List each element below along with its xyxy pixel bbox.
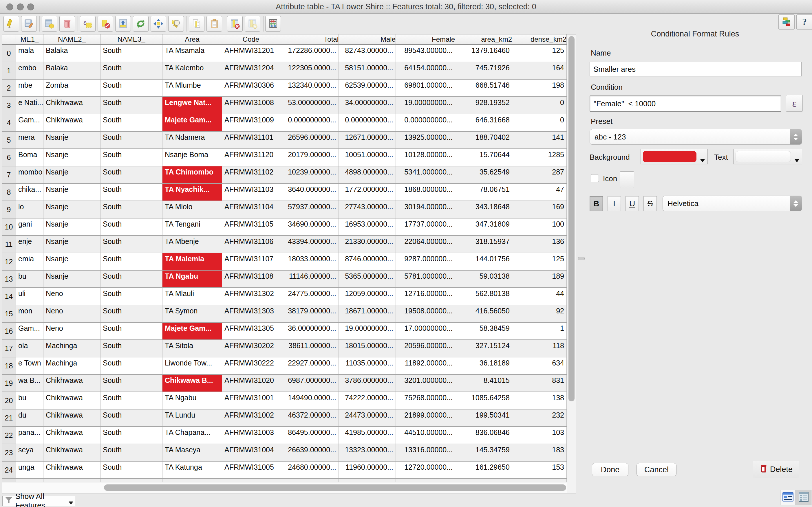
cell-area[interactable]: TA Chimombo <box>162 166 222 183</box>
cell-male[interactable] <box>339 479 396 482</box>
cell-name3[interactable]: South <box>100 184 162 201</box>
cell-dkm2[interactable]: 189 <box>512 271 567 287</box>
cell-code[interactable]: AFRMWI31004 <box>222 444 280 461</box>
cell-total[interactable]: 38611.00000... <box>280 340 339 357</box>
cell-name3[interactable]: South <box>100 340 162 357</box>
cell-female[interactable]: 11892.00000... <box>396 357 455 374</box>
row-number[interactable]: 17 <box>2 340 16 357</box>
cell-total[interactable]: 122305.0000... <box>280 62 339 79</box>
cell-name3[interactable]: South <box>100 271 162 287</box>
cell-code[interactable]: AFRMWI31107 <box>222 253 280 270</box>
cell-name3[interactable]: South <box>100 45 162 62</box>
cell-male[interactable]: 3786.000000... <box>339 375 396 392</box>
cell-male[interactable]: 10051.00000... <box>339 149 396 166</box>
cell-total[interactable]: 20179.00000... <box>280 149 339 166</box>
row-number[interactable]: 23 <box>2 444 16 461</box>
cell-code[interactable]: AFRMWI31204 <box>222 62 280 79</box>
cell-code[interactable]: AFRMWI31106 <box>222 236 280 252</box>
cell-area[interactable]: TA Mbenje <box>162 236 222 252</box>
cell-code[interactable]: AFRMWI31302 <box>222 288 280 305</box>
cell-male[interactable]: 82743.00000... <box>339 45 396 62</box>
cell-area[interactable]: Majete Gam... <box>162 114 222 131</box>
copy-selected-button[interactable] <box>189 16 204 32</box>
row-number[interactable]: 13 <box>2 271 16 287</box>
cell-name2[interactable]: Nsanje <box>43 253 100 270</box>
cell-code[interactable]: AFRMWI31305 <box>222 323 280 339</box>
delete-rule-button[interactable]: Delete <box>753 461 799 478</box>
cell-male[interactable]: 74222.00000... <box>339 392 396 409</box>
cell-female[interactable]: 30194.00000... <box>396 201 455 218</box>
cell-code[interactable]: AFRMWI30306 <box>222 79 280 96</box>
cell-code[interactable]: AFRMWI31008 <box>222 97 280 114</box>
cell-male[interactable]: 12059.00000... <box>339 288 396 305</box>
cell-akm2[interactable]: 347.31809 <box>455 219 512 235</box>
cell-male[interactable]: 16953.00000... <box>339 219 396 235</box>
cell-name3[interactable]: South <box>100 132 162 149</box>
cell-female[interactable]: 22064.00000... <box>396 236 455 252</box>
deselect-all-button[interactable] <box>98 16 113 32</box>
save-edits-button[interactable] <box>21 16 37 32</box>
cell-name2[interactable]: Chikhwawa <box>43 392 100 409</box>
cell-female[interactable]: 13925.00000... <box>396 132 455 149</box>
cell-code[interactable]: AFRMWI30202 <box>222 340 280 357</box>
cell-dkm2[interactable]: 198 <box>512 79 567 96</box>
font-select[interactable]: Helvetica <box>663 195 802 211</box>
row-number[interactable]: 4 <box>2 114 16 131</box>
delete-selected-button[interactable] <box>59 16 75 32</box>
row-number[interactable]: 7 <box>2 166 16 183</box>
cell-total[interactable]: 18033.00000... <box>280 253 339 270</box>
cell-area[interactable]: TA Mlumbe <box>162 79 222 96</box>
cell-code[interactable]: AFRMWI31120 <box>222 149 280 166</box>
cell-area[interactable]: Lengwe Nat... <box>162 97 222 114</box>
cell-name1[interactable]: gani <box>16 219 43 235</box>
cell-area[interactable]: TA Sitola <box>162 340 222 357</box>
cell-name3[interactable]: South <box>100 288 162 305</box>
cell-total[interactable]: 53.00000000... <box>280 97 339 114</box>
cell-code[interactable]: AFRMWI31101 <box>222 132 280 149</box>
cell-name2[interactable]: Chikhwawa <box>43 462 100 478</box>
cell-name2[interactable]: Neno <box>43 288 100 305</box>
cell-name2[interactable]: Nsanje <box>43 132 100 149</box>
cell-area[interactable] <box>162 479 222 482</box>
cell-name1[interactable]: mala <box>16 45 43 62</box>
cell-name1[interactable]: seya <box>16 444 43 461</box>
underline-button[interactable]: U <box>625 196 639 211</box>
cell-dkm2[interactable]: 136 <box>512 236 567 252</box>
cell-female[interactable]: 89543.00000... <box>396 45 455 62</box>
row-number[interactable]: 15 <box>2 305 16 322</box>
cell-total[interactable]: 149490.0000... <box>280 392 339 409</box>
cell-name1[interactable]: unga <box>16 462 43 478</box>
move-selection-to-top-button[interactable] <box>115 16 131 32</box>
cell-female[interactable]: 21899.00000... <box>396 409 455 426</box>
column-header-dense_km2[interactable]: dense_km2 <box>512 35 567 44</box>
cell-area[interactable]: TA Symon <box>162 305 222 322</box>
column-header-NAME3_[interactable]: NAME3_ <box>100 35 162 44</box>
cell-area[interactable]: TA Ngabu <box>162 271 222 287</box>
cell-dkm2[interactable]: 100 <box>512 219 567 235</box>
cell-male[interactable]: 5365.000000... <box>339 271 396 287</box>
cell-name3[interactable]: South <box>100 236 162 252</box>
strikeout-button[interactable]: S <box>644 196 657 211</box>
cell-total[interactable]: 0.000000000... <box>280 114 339 131</box>
cell-name1[interactable]: lo <box>16 201 43 218</box>
cell-dkm2[interactable]: 1285 <box>512 149 567 166</box>
cell-dkm2[interactable]: 831 <box>512 375 567 392</box>
cell-total[interactable]: 172286.0000... <box>280 45 339 62</box>
cell-male[interactable]: 19.00000000... <box>339 323 396 339</box>
column-header-Area[interactable]: Area <box>162 35 222 44</box>
cell-male[interactable]: 1772.000000... <box>339 184 396 201</box>
row-number[interactable]: 8 <box>2 184 16 201</box>
cell-total[interactable]: 46372.00000... <box>280 409 339 426</box>
rule-name-input[interactable]: Smaller ares <box>590 62 802 76</box>
cell-name2[interactable]: Machinga <box>43 340 100 357</box>
cell-dkm2[interactable]: 634 <box>512 357 567 374</box>
cell-name1[interactable]: wa B... <box>16 375 43 392</box>
cell-dkm2[interactable]: 103 <box>512 427 567 444</box>
cell-dkm2[interactable]: 141 <box>512 132 567 149</box>
preset-select[interactable]: abc - 123 <box>590 129 802 145</box>
row-number[interactable]: 18 <box>2 357 16 374</box>
cell-total[interactable]: 57937.00000... <box>280 201 339 218</box>
cell-area[interactable]: TA Katunga <box>162 462 222 478</box>
cell-name1[interactable]: Gam... <box>16 323 43 339</box>
cell-code[interactable]: AFRMWI31002 <box>222 409 280 426</box>
